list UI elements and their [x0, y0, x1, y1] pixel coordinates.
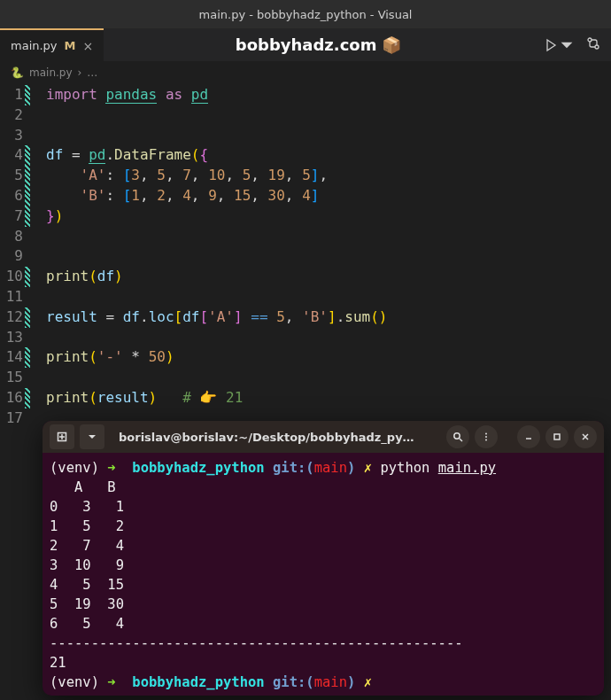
- svg-point-0: [588, 38, 592, 42]
- code-line: 'A': [3, 5, 7, 10, 5, 19, 5],: [46, 166, 611, 186]
- term-out: 2 7 4: [50, 538, 124, 554]
- close-icon[interactable]: ×: [83, 39, 94, 53]
- prompt-dirty: ✗: [364, 674, 372, 690]
- term-out: 3 10 9: [50, 557, 124, 573]
- code-line: 'B': [1, 2, 4, 9, 15, 30, 4]: [46, 186, 611, 206]
- git-compare-icon[interactable]: [586, 36, 600, 54]
- tab-filename: main.py: [11, 39, 58, 52]
- term-out: 0 3 1: [50, 499, 124, 515]
- svg-point-4: [485, 433, 487, 435]
- package-icon: 📦: [382, 35, 401, 54]
- menu-icon[interactable]: [475, 425, 498, 448]
- term-out: A B: [50, 479, 116, 495]
- breadcrumb-separator: ›: [78, 66, 82, 79]
- terminal-title: borislav@borislav:~/Desktop/bobbyhadz_py…: [110, 431, 441, 444]
- term-out: 1 5 2: [50, 518, 124, 534]
- breadcrumb[interactable]: 🐍 main.py › …: [0, 62, 611, 83]
- site-title: bobbyhadz.com: [236, 35, 377, 54]
- tab-modified-indicator: M: [65, 39, 76, 52]
- code-line: print('-' * 50): [46, 347, 611, 368]
- window-titlebar: main.py - bobbyhadz_python - Visual: [0, 0, 611, 28]
- code-line: print(df): [46, 267, 611, 287]
- dropdown-button[interactable]: [80, 424, 104, 449]
- term-out: ----------------------------------------…: [50, 635, 463, 651]
- term-out: 21: [50, 655, 66, 671]
- prompt-cmd: python: [380, 460, 429, 476]
- prompt-arrow: ➜: [107, 460, 115, 476]
- code-content[interactable]: import pandas as pd df = pd.DataFrame({ …: [30, 85, 611, 429]
- search-icon[interactable]: [446, 425, 469, 448]
- prompt-dir: bobbyhadz_python: [132, 460, 264, 476]
- breadcrumb-more: …: [87, 66, 97, 79]
- run-icon[interactable]: [544, 38, 574, 52]
- new-tab-button[interactable]: [50, 424, 74, 449]
- prompt-venv: (venv): [50, 674, 99, 690]
- code-editor[interactable]: 1234 5678 9101112 13141516 17 import pan…: [0, 83, 611, 429]
- tab-main-py[interactable]: main.py M ×: [0, 28, 104, 61]
- line-gutter: 1234 5678 9101112 13141516 17: [0, 85, 25, 429]
- prompt-git: git:(: [273, 674, 314, 690]
- term-out: 5 19 30: [50, 596, 124, 612]
- code-line: print(result) # 👉️ 21: [46, 388, 611, 408]
- tabs-left: main.py M ×: [0, 28, 104, 61]
- prompt-arrow: ➜: [107, 674, 115, 690]
- prompt-venv: (venv): [50, 460, 99, 476]
- terminal-titlebar[interactable]: borislav@borislav:~/Desktop/bobbyhadz_py…: [43, 421, 604, 453]
- close-button[interactable]: [574, 425, 597, 448]
- terminal-window: borislav@borislav:~/Desktop/bobbyhadz_py…: [43, 421, 604, 696]
- minimize-button[interactable]: [517, 425, 540, 448]
- prompt-file: main.py: [438, 460, 496, 476]
- svg-point-6: [485, 439, 487, 441]
- prompt-dir: bobbyhadz_python: [132, 674, 264, 690]
- prompt-dirty: ✗: [364, 460, 372, 476]
- term-out: 6 5 4: [50, 616, 124, 632]
- prompt-git: git:(: [273, 460, 314, 476]
- svg-point-5: [485, 436, 487, 438]
- header-center: bobbyhadz.com 📦: [104, 28, 533, 61]
- code-line: result = df.loc[df['A'] == 5, 'B'].sum(): [46, 307, 611, 328]
- code-line: df = pd.DataFrame({: [46, 145, 611, 166]
- tabs-right-actions: [533, 28, 611, 61]
- prompt-branch: main: [314, 674, 347, 690]
- editor-tabbar: main.py M × bobbyhadz.com 📦: [0, 28, 611, 62]
- prompt-branch: main: [314, 460, 347, 476]
- code-line: }): [46, 206, 611, 227]
- code-line: import pandas as pd: [46, 85, 611, 105]
- svg-rect-7: [554, 434, 560, 439]
- prompt-gitclose: ): [347, 674, 355, 690]
- window-title: main.py - bobbyhadz_python - Visual: [199, 8, 413, 21]
- svg-point-1: [595, 45, 599, 49]
- svg-point-3: [454, 433, 460, 439]
- python-file-icon: 🐍: [11, 66, 24, 79]
- maximize-button[interactable]: [545, 425, 568, 448]
- prompt-gitclose: ): [347, 460, 355, 476]
- term-out: 4 5 15: [50, 577, 124, 593]
- breadcrumb-file: main.py: [29, 66, 73, 79]
- terminal-body[interactable]: (venv) ➜ bobbyhadz_python git:(main) ✗ p…: [43, 453, 604, 696]
